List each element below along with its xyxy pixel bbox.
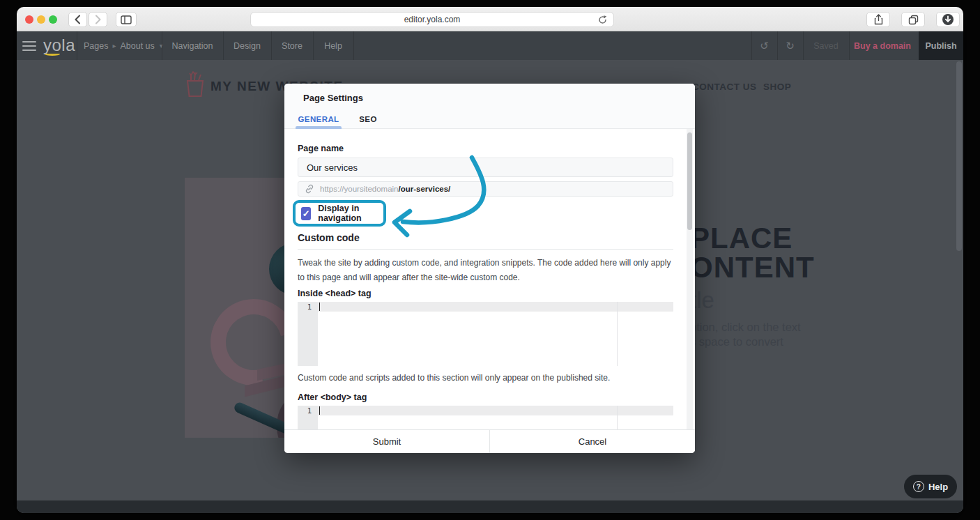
buy-domain-button[interactable]: Buy a domain (849, 31, 916, 60)
back-button[interactable] (68, 12, 87, 27)
site-nav-shop[interactable]: SHOP (763, 82, 791, 92)
help-button[interactable]: ? Help (904, 475, 957, 498)
page-settings-dialog: Page Settings GENERAL SEO Page name http… (284, 84, 695, 453)
url-slug: /our-services/ (399, 185, 451, 193)
share-button[interactable] (866, 12, 890, 27)
forward-button[interactable] (89, 12, 107, 27)
body-code-editor[interactable]: 1 (298, 406, 673, 429)
browser-chrome: editor.yola.com (17, 7, 963, 31)
menu-item-design[interactable]: Design (223, 31, 271, 60)
print-margin-line (617, 406, 618, 429)
undo-icon: ↺ (760, 40, 769, 52)
undo-button[interactable]: ↺ (751, 31, 777, 60)
after-body-label: After <body> tag (298, 392, 367, 402)
menu-item-help[interactable]: Help (313, 31, 353, 60)
close-window-button[interactable] (25, 15, 33, 24)
yola-logo-swoosh (45, 52, 60, 56)
address-bar[interactable]: editor.yola.com (250, 12, 614, 27)
chevron-right-icon: ▸ (112, 42, 116, 49)
saved-status: Saved (803, 31, 849, 60)
chevron-right-icon (95, 15, 101, 24)
hero-heading-fragment: ONTENT (690, 251, 815, 284)
site-footer (17, 500, 963, 513)
custom-code-description: Tweak the site by adding custom code, an… (298, 256, 674, 284)
line-number: 1 (298, 406, 318, 415)
menu-item-store[interactable]: Store (271, 31, 313, 60)
dialog-scrollbar-thumb[interactable] (687, 132, 692, 230)
dialog-footer: Submit Cancel (284, 429, 695, 453)
editor-caret (319, 406, 320, 415)
hero-heading-fragment: PLACE (690, 222, 793, 255)
downloads-button[interactable] (936, 12, 960, 27)
publish-button[interactable]: Publish (919, 31, 963, 60)
line-number: 1 (298, 302, 318, 312)
chevron-left-icon (75, 15, 81, 24)
minimize-window-button[interactable] (37, 15, 45, 24)
check-icon: ✓ (303, 208, 310, 219)
active-tab-indicator (296, 126, 342, 129)
hamburger-menu-button[interactable] (22, 41, 36, 54)
editor-caret (319, 303, 320, 311)
page-name-label: Page name (298, 144, 344, 153)
reload-icon (597, 15, 608, 25)
share-icon (874, 14, 883, 25)
redo-icon: ↻ (786, 40, 795, 52)
section-divider (298, 249, 673, 250)
menu-item-navigation[interactable]: Navigation (162, 31, 223, 60)
url-prefix: https://yoursitedomain (320, 185, 399, 193)
tab-overview-button[interactable] (901, 12, 925, 27)
tabs-icon (908, 15, 919, 25)
page-scrollbar[interactable] (956, 61, 962, 251)
sidebar-toggle-button[interactable] (116, 12, 137, 27)
head-code-editor[interactable]: 1 (298, 302, 673, 366)
hero-body-fragment: ption, click on the text (690, 321, 801, 334)
custom-code-heading: Custom code (298, 232, 360, 243)
editor-toolbar: yola Pages ▸ About us ▾ Navigation Desig… (17, 31, 963, 60)
site-nav-contact-us[interactable]: CONTACT US (692, 82, 757, 92)
desktop: editor.yola.com (0, 0, 980, 520)
cancel-button[interactable]: Cancel (490, 430, 695, 453)
site-logo-icon (185, 71, 206, 99)
link-icon (305, 184, 314, 194)
page-name-input[interactable] (298, 158, 673, 177)
pages-menu[interactable]: Pages ▸ About us ▾ (84, 31, 163, 60)
tutorial-highlight-box: ✓ Display in navigation (293, 200, 386, 227)
page-url-field[interactable]: https://yoursitedomain/our-services/ (298, 181, 673, 197)
head-code-note: Custom code and scripts added to this se… (298, 373, 610, 383)
dialog-header: Page Settings GENERAL SEO (284, 84, 695, 129)
print-margin-line (617, 302, 618, 366)
checkbox-label: Display in navigation (318, 204, 383, 223)
reload-button[interactable] (597, 15, 608, 25)
sidebar-icon (121, 15, 132, 24)
download-icon (942, 13, 954, 26)
submit-button[interactable]: Submit (284, 430, 489, 453)
zoom-window-button[interactable] (49, 15, 57, 24)
hero-body-fragment: s space to convert (690, 335, 783, 349)
inside-head-label: Inside <head> tag (298, 289, 372, 298)
url-text: editor.yola.com (404, 15, 461, 24)
browser-window: editor.yola.com (17, 7, 963, 513)
question-mark-icon: ? (913, 481, 924, 492)
tab-seo[interactable]: SEO (354, 109, 382, 129)
redo-button[interactable]: ↻ (777, 31, 803, 60)
dialog-title: Page Settings (303, 93, 363, 103)
display-in-navigation-checkbox[interactable]: ✓ (301, 207, 311, 220)
